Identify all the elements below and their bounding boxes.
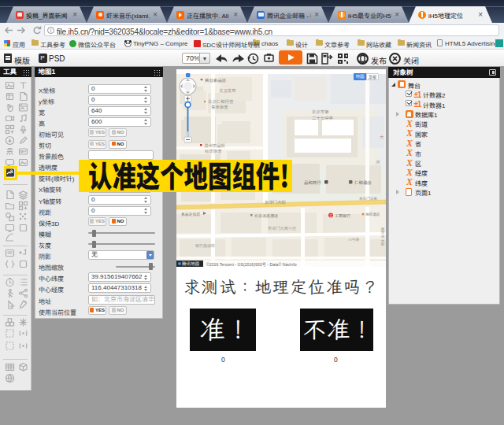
svg-text:工: 工 [328, 213, 332, 218]
svg-text:文卫发布: 文卫发布 [219, 87, 236, 94]
svg-text:高台素品店: 高台素品店 [205, 77, 227, 83]
svg-text:东华门大街: 东华门大街 [265, 199, 287, 205]
svg-text:品和商行: 品和商行 [304, 179, 321, 186]
svg-text:北京市第: 北京市第 [312, 109, 329, 115]
svg-text:仁和酒店: 仁和酒店 [354, 179, 372, 186]
svg-text:维和酒店: 维和酒店 [365, 212, 380, 216]
svg-text:青年旅舍: 青年旅舍 [211, 104, 228, 110]
svg-text:银行品店街: 银行品店街 [195, 242, 215, 248]
svg-text:河: 河 [376, 159, 380, 165]
svg-text:南河沿大街: 南河沿大街 [380, 227, 385, 246]
svg-text:北京演品酒店: 北京演品酒店 [254, 213, 278, 218]
svg-text:16号路: 16号路 [348, 236, 360, 242]
svg-text:大: 大 [380, 134, 384, 140]
svg-text:工商银行: 工商银行 [335, 213, 350, 218]
svg-text:东华门大街: 东华门大街 [359, 196, 377, 201]
svg-text:东华门大街小区: 东华门大街小区 [268, 225, 296, 231]
svg-text:素品定位店: 素品定位店 [181, 211, 200, 216]
svg-text:二十七中学: 二十七中学 [312, 115, 334, 121]
